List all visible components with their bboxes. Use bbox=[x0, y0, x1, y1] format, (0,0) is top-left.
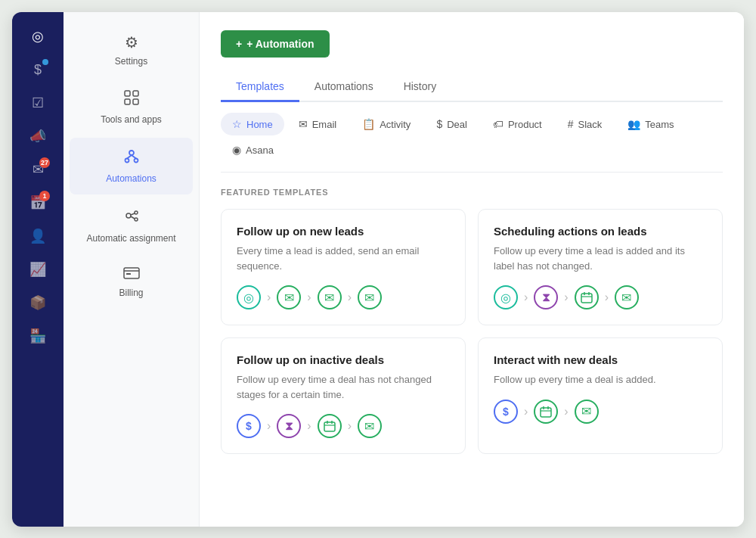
cat-tab-home-label: Home bbox=[246, 119, 273, 130]
calendar-badge: 1 bbox=[39, 191, 50, 201]
nav-item-shop[interactable]: 🏪 bbox=[23, 321, 53, 351]
cat-tab-email[interactable]: ✉ Email bbox=[287, 113, 349, 135]
box-icon: 📦 bbox=[29, 294, 46, 311]
cat-tab-slack-label: Slack bbox=[578, 119, 603, 130]
cat-tab-teams-label: Teams bbox=[645, 119, 674, 130]
card-4-title: Interact with new deals bbox=[494, 353, 707, 366]
add-automation-button[interactable]: + + Automation bbox=[221, 30, 330, 58]
target-icon: ◎ bbox=[32, 28, 44, 45]
contacts-icon: 👤 bbox=[29, 228, 46, 244]
home-icon: ☆ bbox=[232, 118, 242, 130]
shop-icon: 🏪 bbox=[29, 328, 46, 344]
cards-grid: Follow up on new leads Every time a lead… bbox=[221, 209, 723, 454]
flow-icon-email-1: ✉ bbox=[277, 285, 301, 309]
cat-tab-activity-label: Activity bbox=[380, 119, 411, 130]
flow-icon-email-6: ✉ bbox=[575, 400, 599, 424]
assignment-icon bbox=[122, 207, 141, 229]
sidebar-item-settings[interactable]: ⚙ Settings bbox=[70, 24, 193, 77]
svg-line-7 bbox=[127, 155, 132, 159]
sidebar-item-assignment-label: Automatic assignment bbox=[86, 233, 175, 245]
flow-icon-timer: ⧗ bbox=[534, 285, 558, 309]
dollar-icon: $ bbox=[34, 62, 42, 78]
flow-icon-deal: $ bbox=[237, 414, 261, 438]
svg-rect-2 bbox=[125, 99, 130, 104]
tab-automations-label: Automations bbox=[314, 80, 373, 92]
svg-rect-25 bbox=[541, 408, 551, 417]
main-tabs: Templates Automations History bbox=[221, 73, 723, 102]
nav-item-inbox[interactable]: ✉ 27 bbox=[23, 154, 53, 185]
sidebar-item-settings-label: Settings bbox=[115, 56, 147, 68]
flow-icon-email-5: ✉ bbox=[358, 414, 382, 438]
add-automation-label: + Automation bbox=[246, 38, 314, 50]
cat-tab-home[interactable]: ☆ Home bbox=[221, 113, 284, 135]
flow-arrow: › bbox=[564, 291, 568, 304]
svg-rect-14 bbox=[124, 268, 139, 278]
card-1-title: Follow up on new leads bbox=[237, 225, 450, 238]
activity-icon: 📋 bbox=[362, 118, 375, 130]
product-icon: 🏷 bbox=[493, 118, 503, 130]
card-4-flow: $ › › ✉ bbox=[494, 400, 707, 424]
sidebar-item-automations[interactable]: Automations bbox=[70, 138, 193, 194]
asana-icon: ◉ bbox=[232, 144, 241, 156]
nav-item-calendar[interactable]: 📅 1 bbox=[23, 188, 53, 218]
analytics-icon: 📈 bbox=[29, 261, 46, 278]
card-2-title: Scheduling actions on leads bbox=[494, 225, 707, 238]
billing-icon bbox=[123, 266, 140, 283]
flow-icon-cal bbox=[575, 285, 599, 309]
settings-icon: ⚙ bbox=[125, 33, 138, 51]
nav-item-target[interactable]: ◎ bbox=[23, 21, 53, 51]
flow-icon-email-3: ✉ bbox=[358, 285, 382, 309]
flow-arrow: › bbox=[307, 291, 311, 304]
template-card-3[interactable]: Follow up on inactive deals Follow up ev… bbox=[221, 337, 466, 454]
tab-history[interactable]: History bbox=[389, 73, 452, 102]
flow-arrow: › bbox=[307, 419, 311, 433]
cat-tab-product[interactable]: 🏷 Product bbox=[482, 113, 553, 135]
card-2-desc: Follow up every time a lead is added and… bbox=[494, 244, 707, 273]
cat-tab-slack[interactable]: # Slack bbox=[556, 113, 614, 135]
megaphone-icon: 📣 bbox=[29, 128, 46, 145]
nav-item-dollar[interactable]: $ bbox=[23, 54, 53, 85]
deal-icon: $ bbox=[436, 118, 442, 130]
cat-tab-activity[interactable]: 📋 Activity bbox=[351, 113, 422, 135]
card-3-desc: Follow up every time a deal has not chan… bbox=[237, 372, 450, 402]
automations-icon bbox=[122, 147, 141, 169]
flow-arrow: › bbox=[267, 291, 271, 304]
cat-tab-asana[interactable]: ◉ Asana bbox=[221, 138, 285, 161]
nav-item-contacts[interactable]: 👤 bbox=[23, 221, 53, 251]
tasks-icon: ☑ bbox=[32, 95, 44, 111]
sidebar-item-tools-label: Tools and apps bbox=[101, 114, 162, 126]
svg-line-12 bbox=[131, 213, 135, 215]
tab-templates[interactable]: Templates bbox=[221, 73, 299, 102]
tab-automations[interactable]: Automations bbox=[299, 73, 389, 102]
flow-arrow: › bbox=[348, 419, 352, 433]
template-card-1[interactable]: Follow up on new leads Every time a lead… bbox=[221, 209, 466, 325]
nav-item-tasks[interactable]: ☑ bbox=[23, 88, 53, 118]
email-icon: ✉ bbox=[299, 118, 308, 130]
cat-tab-teams[interactable]: 👥 Teams bbox=[616, 113, 685, 135]
cat-tab-deal[interactable]: $ Deal bbox=[425, 113, 479, 135]
template-card-4[interactable]: Interact with new deals Follow up every … bbox=[478, 337, 723, 454]
svg-line-8 bbox=[132, 155, 136, 159]
card-4-desc: Follow up every time a deal is added. bbox=[494, 372, 707, 387]
sidebar-item-tools[interactable]: Tools and apps bbox=[70, 80, 193, 135]
template-card-2[interactable]: Scheduling actions on leads Follow up ev… bbox=[478, 209, 723, 325]
flow-icon-lead: ◎ bbox=[237, 285, 261, 309]
sidebar-item-billing[interactable]: Billing bbox=[70, 257, 193, 309]
sidebar-item-assignment[interactable]: Automatic assignment bbox=[70, 197, 193, 254]
card-2-flow: ◎ › ⧗ › › ✉ bbox=[494, 285, 707, 309]
flow-arrow: › bbox=[524, 405, 528, 418]
flow-arrow: › bbox=[267, 419, 271, 433]
svg-rect-0 bbox=[125, 91, 130, 96]
svg-line-13 bbox=[131, 216, 135, 219]
nav-item-box[interactable]: 📦 bbox=[23, 288, 53, 318]
card-1-desc: Every time a lead is added, send an emai… bbox=[237, 244, 450, 273]
nav-item-megaphone[interactable]: 📣 bbox=[23, 121, 53, 151]
svg-rect-17 bbox=[581, 294, 592, 303]
flow-icon-timer-2: ⧗ bbox=[277, 414, 301, 438]
nav-bar: ◎ $ ☑ 📣 ✉ 27 📅 1 👤 📈 📦 🏪 bbox=[12, 12, 64, 527]
plus-icon: + bbox=[236, 38, 242, 50]
flow-icon-deal-2: $ bbox=[494, 400, 518, 424]
svg-rect-21 bbox=[324, 422, 335, 431]
nav-item-analytics[interactable]: 📈 bbox=[23, 254, 53, 285]
category-tabs: ☆ Home ✉ Email 📋 Activity $ Deal 🏷 Produ… bbox=[221, 102, 723, 173]
